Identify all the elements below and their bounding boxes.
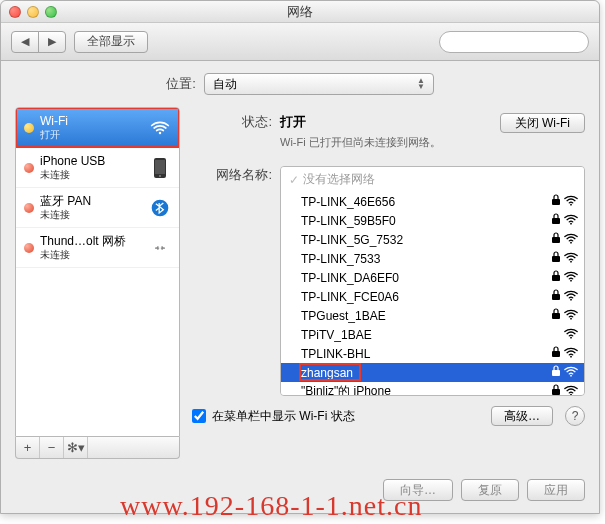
network-item[interactable]: TPLINK-BHL <box>281 344 584 363</box>
network-name: TP-LINK_FCE0A6 <box>301 290 551 304</box>
lock-icon <box>551 384 561 396</box>
network-name: TPGuest_1BAE <box>301 309 551 323</box>
apply-button[interactable]: 应用 <box>527 479 585 501</box>
assist-button[interactable]: 向导… <box>383 479 453 501</box>
updown-icon: ▲▼ <box>417 78 425 90</box>
interface-name: iPhone USB <box>40 155 143 168</box>
thunderbolt-icon <box>149 237 171 259</box>
network-name: TP-LINK_5G_7532 <box>301 233 551 247</box>
zoom-button[interactable] <box>45 6 57 18</box>
svg-rect-11 <box>552 237 560 243</box>
network-name: TP-LINK_DA6EF0 <box>301 271 551 285</box>
svg-rect-9 <box>552 218 560 224</box>
lock-icon <box>551 346 561 361</box>
sidebar-item-thunderbolt[interactable]: Thund…olt 网桥未连接 <box>16 228 179 268</box>
wifi-signal-icon <box>564 366 578 380</box>
network-name-label: 网络名称: <box>192 166 272 184</box>
network-item[interactable]: TP-LINK_DA6EF0 <box>281 268 584 287</box>
svg-point-14 <box>570 261 572 263</box>
svg-point-12 <box>570 242 572 244</box>
svg-rect-13 <box>552 256 560 262</box>
wifi-signal-icon <box>564 233 578 247</box>
location-label: 位置: <box>166 75 196 93</box>
wifi-signal-icon <box>564 271 578 285</box>
status-label: 状态: <box>192 113 272 131</box>
network-item[interactable]: "Binliz"的 iPhone <box>281 382 584 396</box>
minimize-button[interactable] <box>27 6 39 18</box>
svg-point-18 <box>570 299 572 301</box>
svg-rect-22 <box>552 351 560 357</box>
wifi-signal-icon <box>564 385 578 397</box>
wifi-off-button[interactable]: 关闭 Wi-Fi <box>500 113 585 133</box>
network-item[interactable]: TP-LINK_46E656 <box>281 192 584 211</box>
forward-button[interactable]: ▶ <box>38 31 66 53</box>
wifi-signal-icon <box>564 195 578 209</box>
network-name: TP-LINK_7533 <box>301 252 551 266</box>
lock-icon <box>551 251 561 266</box>
svg-point-21 <box>570 337 572 339</box>
wifi-signal-icon <box>564 347 578 361</box>
svg-rect-7 <box>552 199 560 205</box>
svg-point-20 <box>570 318 572 320</box>
lock-icon <box>551 289 561 304</box>
status-dot <box>24 203 34 213</box>
help-button[interactable]: ? <box>565 406 585 426</box>
location-select[interactable]: 自动 ▲▼ <box>204 73 434 95</box>
window-title: 网络 <box>1 3 599 21</box>
network-item[interactable]: TP-LINK_FCE0A6 <box>281 287 584 306</box>
lock-icon <box>551 194 561 209</box>
status-note: Wi-Fi 已打开但尚未连接到网络。 <box>280 135 492 150</box>
sidebar-item-bluetooth[interactable]: 蓝牙 PAN未连接 <box>16 188 179 228</box>
wifi-signal-icon <box>564 290 578 304</box>
interface-status: 未连接 <box>40 169 143 180</box>
network-item[interactable]: TPiTV_1BAE <box>281 325 584 344</box>
status-dot <box>24 123 34 133</box>
location-value: 自动 <box>213 76 237 93</box>
svg-point-2 <box>159 131 162 134</box>
search-field[interactable] <box>439 31 589 53</box>
network-list[interactable]: ✓ 没有选择网络TP-LINK_46E656TP-LINK_59B5F0TP-L… <box>280 166 585 396</box>
svg-point-27 <box>570 394 572 396</box>
wifi-signal-icon <box>564 328 578 342</box>
network-name: TP-LINK_59B5F0 <box>301 214 551 228</box>
lock-icon <box>551 213 561 228</box>
svg-rect-24 <box>552 370 560 376</box>
back-button[interactable]: ◀ <box>11 31 39 53</box>
lock-icon <box>551 270 561 285</box>
network-item[interactable]: TP-LINK_5G_7532 <box>281 230 584 249</box>
show-all-button[interactable]: 全部显示 <box>74 31 148 53</box>
close-button[interactable] <box>9 6 21 18</box>
network-item[interactable]: TPGuest_1BAE <box>281 306 584 325</box>
network-name: "Binliz"的 iPhone <box>301 383 551 396</box>
network-name: TPLINK-BHL <box>301 347 551 361</box>
svg-point-6 <box>152 199 169 216</box>
interface-status: 未连接 <box>40 249 143 260</box>
wifi-signal-icon <box>564 252 578 266</box>
network-item[interactable]: zhangsan <box>281 363 584 382</box>
status-dot <box>24 163 34 173</box>
status-dot <box>24 243 34 253</box>
interface-actions-button[interactable]: ✻▾ <box>64 437 88 458</box>
interface-status: 未连接 <box>40 209 143 220</box>
interface-name: Wi-Fi <box>40 115 143 128</box>
add-interface-button[interactable]: + <box>16 437 40 458</box>
show-in-menubar-checkbox[interactable] <box>192 409 206 423</box>
interface-list[interactable]: Wi-Fi打开iPhone USB未连接蓝牙 PAN未连接Thund…olt 网… <box>15 107 180 437</box>
sidebar-item-wifi[interactable]: Wi-Fi打开 <box>16 108 179 148</box>
advanced-button[interactable]: 高级… <box>491 406 553 426</box>
remove-interface-button[interactable]: − <box>40 437 64 458</box>
bluetooth-icon <box>149 197 171 219</box>
search-input[interactable] <box>452 35 602 49</box>
sidebar-item-iphone[interactable]: iPhone USB未连接 <box>16 148 179 188</box>
titlebar: 网络 <box>1 1 599 23</box>
network-item[interactable]: TP-LINK_59B5F0 <box>281 211 584 230</box>
svg-point-25 <box>570 375 572 377</box>
svg-point-16 <box>570 280 572 282</box>
network-item[interactable]: TP-LINK_7533 <box>281 249 584 268</box>
iphone-icon <box>149 157 171 179</box>
show-in-menubar-label[interactable]: 在菜单栏中显示 Wi-Fi 状态 <box>212 408 355 425</box>
wifi-signal-icon <box>564 214 578 228</box>
revert-button[interactable]: 复原 <box>461 479 519 501</box>
toolbar: ◀ ▶ 全部显示 <box>1 23 599 61</box>
interface-status: 打开 <box>40 129 143 140</box>
